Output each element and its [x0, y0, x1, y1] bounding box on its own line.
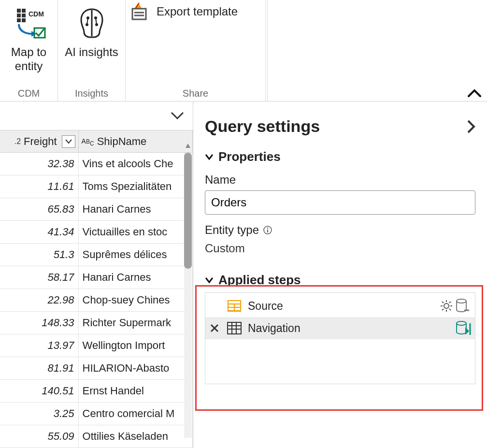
delete-step-icon[interactable]: [210, 323, 219, 333]
cell-shipname: Suprêmes délices: [79, 244, 193, 266]
table-row[interactable]: 51.3Suprêmes délices: [0, 244, 193, 266]
table-row[interactable]: 65.83Hanari Carnes: [0, 198, 193, 221]
cell-shipname: Hanari Carnes: [79, 266, 193, 289]
svg-line-39: [449, 302, 451, 303]
svg-line-37: [449, 309, 451, 310]
column-header-freight[interactable]: .2 Freight: [0, 130, 79, 152]
ribbon-group-insights: AI insights Insights: [58, 0, 126, 101]
cdm-icon: CDM: [12, 3, 46, 43]
formula-bar[interactable]: [0, 101, 193, 130]
properties-section-header[interactable]: Properties: [205, 149, 475, 164]
cell-freight: 58.17: [0, 266, 79, 289]
brain-icon: [74, 3, 109, 43]
chevron-right-icon[interactable]: [467, 119, 475, 134]
svg-point-31: [444, 303, 449, 308]
svg-rect-2: [17, 14, 21, 17]
column-header-freight-label: Freight: [24, 135, 57, 148]
svg-rect-44: [228, 322, 241, 334]
svg-rect-28: [235, 304, 240, 307]
cell-shipname: Chop-suey Chines: [79, 289, 193, 311]
step-name-label: Source: [248, 300, 435, 313]
ai-insights-button[interactable]: AI insights: [59, 0, 124, 59]
collapse-ribbon-button[interactable]: [468, 88, 481, 97]
data-preview-pane: .2 Freight ABC ShipName 32.38Vins et alc…: [0, 101, 193, 448]
scroll-up-arrow-icon[interactable]: [185, 143, 191, 149]
applied-step[interactable]: Navigation: [205, 317, 475, 339]
table-body: 32.38Vins et alcools Che11.61Toms Spezia…: [0, 153, 193, 448]
svg-point-40: [457, 299, 466, 303]
query-name-input[interactable]: [205, 190, 475, 215]
cell-shipname: Ernst Handel: [79, 380, 193, 402]
table-row[interactable]: 3.25Centro comercial M: [0, 403, 193, 425]
table-row[interactable]: 81.91HILARION-Abasto: [0, 357, 193, 380]
cell-shipname: Vins et alcools Che: [79, 153, 193, 175]
cell-freight: 11.61: [0, 175, 79, 198]
applied-step[interactable]: Source: [205, 295, 475, 317]
svg-rect-18: [132, 9, 146, 19]
map-to-entity-button[interactable]: CDM Map to entity: [0, 0, 57, 73]
decimal-type-icon: .2: [14, 137, 21, 146]
ribbon: CDM Map to entity CDM: [0, 0, 487, 101]
cell-shipname: HILARION-Abasto: [79, 357, 193, 379]
ribbon-group-label-insights: Insights: [58, 88, 125, 99]
cell-freight: 3.25: [0, 403, 79, 425]
table-row[interactable]: 32.38Vins et alcools Che: [0, 153, 193, 175]
cell-freight: 148.33: [0, 312, 79, 334]
svg-marker-50: [465, 327, 469, 335]
svg-line-38: [442, 309, 444, 310]
cell-freight: 41.34: [0, 221, 79, 243]
applied-steps-list: SourceNavigation: [205, 292, 475, 384]
applied-steps-header-label: Applied steps: [218, 273, 301, 288]
cell-shipname: Toms Spezialitäten: [79, 175, 193, 198]
table-row[interactable]: 41.34Victuailles en stoc: [0, 221, 193, 244]
query-settings-pane: Query settings Properties Name Entity ty…: [193, 101, 487, 448]
ribbon-divider: [266, 0, 268, 101]
svg-line-36: [442, 302, 444, 303]
svg-rect-26: [229, 301, 240, 303]
svg-rect-30: [235, 308, 240, 310]
info-icon[interactable]: [263, 225, 272, 235]
export-template-label: Export template: [157, 5, 238, 18]
cell-freight: 81.91: [0, 357, 79, 379]
scrollbar-thumb[interactable]: [184, 153, 192, 269]
database-icon: [456, 320, 472, 336]
cell-shipname: Wellington Import: [79, 334, 193, 357]
step-name-label: Navigation: [248, 322, 451, 335]
svg-rect-27: [229, 304, 234, 307]
svg-rect-5: [22, 18, 26, 22]
vertical-scrollbar[interactable]: [184, 153, 192, 438]
table-grey-icon: [226, 322, 243, 334]
table-row[interactable]: 11.61Toms Spezialitäten: [0, 175, 193, 198]
cell-shipname: Centro comercial M: [79, 403, 193, 425]
table-row[interactable]: 22.98Chop-suey Chines: [0, 289, 193, 312]
text-type-icon: ABC: [82, 137, 94, 147]
database-icon: [456, 298, 472, 314]
entity-type-value: Custom: [205, 242, 475, 255]
export-template-button[interactable]: Export template: [129, 2, 238, 21]
table-header-row: .2 Freight ABC ShipName: [0, 130, 193, 153]
ribbon-group-cdm: CDM Map to entity CDM: [0, 0, 58, 101]
cell-freight: 22.98: [0, 289, 79, 311]
content-area: .2 Freight ABC ShipName 32.38Vins et alc…: [0, 101, 487, 448]
column-filter-freight[interactable]: [62, 135, 75, 148]
gear-icon[interactable]: [440, 300, 453, 312]
chevron-down-icon: [205, 154, 214, 160]
table-orange-icon: [226, 300, 243, 312]
chevron-down-icon[interactable]: [171, 112, 184, 120]
properties-header-label: Properties: [218, 149, 281, 164]
table-row[interactable]: 55.09Ottilies Käseladen: [0, 425, 193, 448]
table-row[interactable]: 58.17Hanari Carnes: [0, 266, 193, 289]
table-row[interactable]: 140.51Ernst Handel: [0, 380, 193, 403]
cell-freight: 32.38: [0, 153, 79, 175]
cell-freight: 51.3: [0, 244, 79, 266]
column-header-shipname[interactable]: ABC ShipName: [79, 130, 193, 152]
column-header-shipname-label: ShipName: [97, 135, 147, 148]
svg-point-49: [457, 321, 466, 325]
entity-type-label: Entity type: [205, 223, 475, 237]
table-row[interactable]: 13.97Wellington Import: [0, 334, 193, 357]
table-row[interactable]: 148.33Richter Supermark: [0, 312, 193, 334]
cell-shipname: Hanari Carnes: [79, 198, 193, 220]
applied-steps-header[interactable]: Applied steps: [205, 273, 475, 288]
svg-rect-3: [22, 14, 26, 17]
cell-freight: 65.83: [0, 198, 79, 220]
